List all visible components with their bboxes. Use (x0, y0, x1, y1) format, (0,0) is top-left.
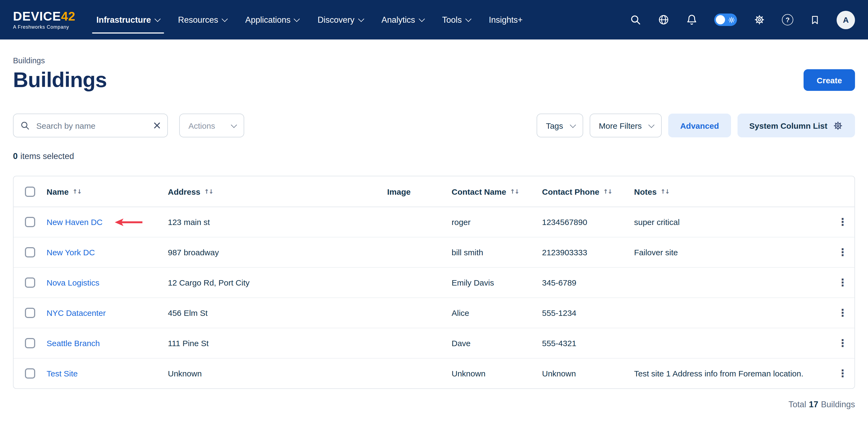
nav-item-analytics[interactable]: Analytics (381, 0, 424, 39)
chevron-down-icon (154, 16, 160, 22)
row-menu-button[interactable]: ⋮ (837, 308, 848, 318)
building-name-link[interactable]: Nova Logistics (46, 278, 99, 287)
system-column-list-button[interactable]: System Column List (738, 113, 855, 137)
column-header-contact-phone[interactable]: Contact Phone ↑↓ (542, 187, 634, 196)
row-menu-button[interactable]: ⋮ (837, 217, 848, 227)
chevron-down-icon (648, 122, 655, 128)
navbar-actions: ? A (630, 10, 855, 29)
building-name-link[interactable]: NYC Datacenter (46, 308, 105, 317)
globe-icon[interactable] (658, 14, 669, 26)
address-cell: 111 Pine St (168, 339, 387, 348)
contact-phone-cell: 2123903333 (542, 248, 634, 257)
row-menu-cell: ⋮ (831, 247, 855, 258)
tags-label: Tags (546, 121, 563, 130)
sort-icon[interactable]: ↑↓ (510, 188, 519, 195)
chevron-down-icon (358, 16, 364, 22)
table-header-row: Name ↑↓ Address ↑↓ Image Contact Name ↑↓… (13, 176, 855, 207)
row-checkbox[interactable] (25, 308, 35, 318)
top-navbar: DEVICE42 A Freshworks Company Infrastruc… (0, 0, 868, 39)
row-menu-cell: ⋮ (831, 277, 855, 288)
settings-gear-icon[interactable] (754, 14, 765, 26)
nav-item-resources[interactable]: Resources (178, 0, 227, 39)
row-checkbox[interactable] (25, 217, 35, 227)
clear-search-icon[interactable] (153, 122, 161, 129)
search-icon[interactable] (630, 14, 641, 26)
bookmark-icon[interactable] (810, 14, 820, 25)
logo-tagline: A Freshworks Company (13, 24, 82, 30)
column-header-image[interactable]: Image (387, 187, 452, 196)
notes-cell: Failover site (634, 248, 831, 257)
row-checkbox[interactable] (25, 338, 35, 348)
more-filters-dropdown[interactable]: More Filters (590, 113, 662, 137)
row-checkbox[interactable] (25, 277, 35, 288)
row-menu-button[interactable]: ⋮ (837, 368, 848, 379)
nav-item-insights[interactable]: Insights+ (489, 0, 523, 39)
advanced-button[interactable]: Advanced (668, 113, 731, 137)
address-cell: 987 broadway (168, 248, 387, 257)
breadcrumb[interactable]: Buildings (13, 56, 45, 65)
table-row: New York DC 987 broadway bill smith 2123… (13, 237, 855, 268)
column-header-contact-name[interactable]: Contact Name ↑↓ (452, 187, 542, 196)
nav-item-tools[interactable]: Tools (442, 0, 470, 39)
create-button[interactable]: Create (804, 69, 855, 91)
row-menu-button[interactable]: ⋮ (837, 247, 848, 258)
sort-icon[interactable]: ↑↓ (603, 188, 612, 195)
building-name-link[interactable]: Seattle Branch (46, 339, 100, 348)
column-header-address[interactable]: Address ↑↓ (168, 187, 387, 196)
row-checkbox[interactable] (25, 368, 35, 379)
theme-toggle[interactable] (714, 13, 737, 26)
search-input-icon (20, 121, 30, 130)
chevron-down-icon (418, 16, 425, 22)
toggle-knob (716, 15, 725, 24)
column-settings-gear-icon (833, 120, 843, 131)
row-menu-cell: ⋮ (831, 217, 855, 227)
column-header-name[interactable]: Name ↑↓ (46, 187, 168, 196)
building-name-link[interactable]: New York DC (46, 248, 95, 257)
nav-item-infrastructure[interactable]: Infrastructure (96, 0, 160, 39)
row-menu-cell: ⋮ (831, 368, 855, 379)
logo-brand: DEVICE (13, 9, 61, 23)
row-checkbox-cell (13, 308, 46, 318)
contact-phone-cell: 345-6789 (542, 278, 634, 287)
nav-item-discovery[interactable]: Discovery (317, 0, 363, 39)
row-checkbox[interactable] (25, 247, 35, 258)
actions-dropdown[interactable]: Actions (179, 113, 244, 137)
table-body: New Haven DC 123 main st roger 123456789… (13, 207, 855, 388)
chevron-down-icon (294, 16, 300, 22)
app-viewport: DEVICE42 A Freshworks Company Infrastruc… (0, 0, 868, 437)
contact-phone-cell: 1234567890 (542, 217, 634, 227)
total-count: Total 17 Buildings (13, 400, 855, 409)
table-row: Nova Logistics 12 Cargo Rd, Port City Em… (13, 268, 855, 298)
table-row: NYC Datacenter 456 Elm St Alice 555-1234… (13, 298, 855, 328)
row-checkbox-cell (13, 247, 46, 258)
nav-item-applications[interactable]: Applications (245, 0, 299, 39)
building-name-link[interactable]: New Haven DC (46, 217, 103, 227)
search-input[interactable] (35, 120, 148, 131)
annotation-arrow (115, 218, 144, 226)
name-cell: Nova Logistics (46, 278, 168, 287)
help-icon[interactable]: ? (782, 14, 793, 26)
sort-icon[interactable]: ↑↓ (660, 188, 669, 195)
selection-count-value: 0 (13, 152, 18, 161)
chevron-down-icon (221, 16, 228, 22)
total-entity: Buildings (821, 400, 855, 409)
actions-label: Actions (188, 121, 215, 130)
sort-icon[interactable]: ↑↓ (204, 188, 213, 195)
tags-dropdown[interactable]: Tags (537, 113, 583, 137)
row-menu-button[interactable]: ⋮ (837, 338, 848, 348)
select-all-checkbox[interactable] (25, 186, 35, 197)
contact-name-cell: Emily Davis (452, 278, 542, 287)
building-name-link[interactable]: Test Site (46, 369, 78, 378)
notes-cell: super critical (634, 217, 831, 227)
row-menu-cell: ⋮ (831, 308, 855, 318)
row-menu-button[interactable]: ⋮ (837, 277, 848, 288)
table-row: Test Site Unknown Unknown Unknown Test s… (13, 359, 855, 388)
notifications-bell-icon[interactable] (686, 14, 698, 26)
user-avatar[interactable]: A (837, 10, 855, 29)
system-column-list-label: System Column List (749, 121, 827, 130)
more-filters-label: More Filters (599, 121, 642, 130)
name-cell: New York DC (46, 248, 168, 257)
device42-logo[interactable]: DEVICE42 A Freshworks Company (13, 10, 82, 30)
column-header-notes[interactable]: Notes ↑↓ (634, 187, 831, 196)
sort-icon[interactable]: ↑↓ (72, 188, 82, 195)
